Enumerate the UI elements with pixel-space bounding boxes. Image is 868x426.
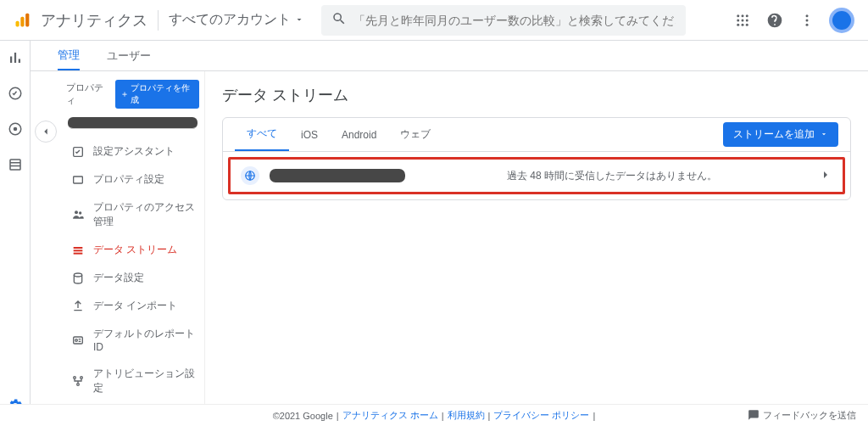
svg-rect-2 (25, 13, 29, 26)
svg-point-9 (737, 23, 739, 25)
id-icon (71, 334, 85, 347)
tab-ios[interactable]: iOS (289, 118, 330, 151)
upload-icon (71, 300, 85, 313)
more-vert-icon[interactable] (797, 10, 817, 31)
footer-feedback[interactable]: フィードバックを送信 (748, 409, 856, 423)
tab-android[interactable]: Android (330, 118, 388, 151)
left-rail (0, 41, 31, 426)
analytics-logo-icon (14, 12, 31, 29)
account-selector[interactable]: すべてのアカウント (169, 11, 304, 29)
stream-list: 過去 48 時間に受信したデータはありません。 (223, 152, 850, 199)
feedback-label: フィードバックを送信 (763, 409, 856, 422)
tab-all[interactable]: すべて (235, 118, 289, 151)
page-title: データ ストリーム (222, 85, 851, 105)
sidebar-item-label: アトリビューション設定 (93, 367, 199, 395)
rail-explore-icon[interactable] (5, 119, 25, 139)
back-arrow-icon[interactable] (35, 121, 57, 143)
create-property-button[interactable]: ＋ プロパティを作成 (115, 80, 199, 109)
body: 管理 ユーザー プロパティ ＋ プロパティを作成 設定アシスタント (31, 41, 868, 404)
stream-type-tabs: すべて iOS Android ウェブ ストリームを追加 (223, 118, 850, 152)
create-property-label: プロパティを作成 (131, 82, 194, 106)
property-label: プロパティ (66, 81, 110, 107)
svg-point-12 (806, 14, 809, 17)
svg-point-8 (746, 19, 748, 21)
sidebar-item-label: データ ストリーム (93, 243, 177, 257)
search-icon (331, 11, 347, 29)
property-sidebar: プロパティ ＋ プロパティを作成 設定アシスタント プロパティ設定 (61, 71, 205, 404)
svg-rect-0 (16, 20, 19, 26)
stream-status-message: 過去 48 時間に受信したデータはありません。 (415, 169, 809, 183)
sidebar-item-data-import[interactable]: データ インポート (61, 292, 204, 320)
svg-rect-17 (18, 59, 19, 64)
sidebar-item-report-id[interactable]: デフォルトのレポート ID (61, 320, 204, 360)
plus-icon: ＋ (120, 88, 129, 100)
content: プロパティ ＋ プロパティを作成 設定アシスタント プロパティ設定 (31, 71, 868, 404)
property-name-redacted[interactable] (68, 117, 198, 129)
footer-link-privacy[interactable]: プライバシー ポリシー (493, 409, 589, 422)
svg-point-3 (737, 14, 739, 17)
account-label: すべてのアカウント (169, 11, 291, 29)
stream-row[interactable]: 過去 48 時間に受信したデータはありません。 (228, 157, 845, 194)
rail-realtime-icon[interactable] (5, 83, 25, 104)
tab-user[interactable]: ユーザー (107, 41, 151, 70)
svg-point-6 (737, 19, 739, 21)
svg-rect-29 (74, 249, 83, 251)
app-title: アナリティクス (41, 10, 147, 31)
svg-rect-25 (74, 177, 83, 183)
add-stream-button[interactable]: ストリームを追加 (723, 122, 838, 147)
card-icon (71, 173, 85, 187)
chevron-down-icon (294, 13, 304, 28)
feedback-icon (748, 409, 760, 423)
sidebar-head: プロパティ ＋ プロパティを作成 (61, 78, 204, 114)
chevron-right-icon (819, 168, 832, 184)
sidebar-item-attribution[interactable]: アトリビューション設定 (61, 360, 204, 402)
svg-point-37 (81, 377, 83, 379)
avatar[interactable] (829, 8, 854, 33)
main-panel: データ ストリーム すべて iOS Android ウェブ ストリームを追加 (205, 71, 868, 404)
attribution-icon (71, 374, 85, 388)
svg-point-7 (742, 19, 744, 21)
rail-library-icon[interactable] (5, 154, 25, 175)
sidebar-list: 設定アシスタント プロパティ設定 プロパティのアクセス管理 データ ストリーム … (61, 137, 204, 404)
svg-point-5 (746, 14, 748, 17)
sidebar-item-setup-assistant[interactable]: 設定アシスタント (61, 137, 204, 165)
divider (158, 10, 159, 31)
sidebar-item-label: データ設定 (93, 271, 144, 285)
rail-reports-icon[interactable] (5, 48, 25, 68)
svg-rect-16 (14, 53, 15, 63)
svg-rect-30 (74, 252, 83, 254)
tab-admin[interactable]: 管理 (58, 41, 80, 70)
svg-rect-15 (10, 57, 12, 64)
sidebar-item-label: プロパティのアクセス管理 (93, 200, 199, 229)
search-bar[interactable] (321, 5, 686, 36)
add-stream-label: ストリームを追加 (733, 127, 815, 142)
tab-web[interactable]: ウェブ (388, 118, 442, 151)
svg-rect-1 (20, 16, 24, 26)
search-input[interactable] (353, 14, 676, 27)
apps-icon[interactable] (732, 10, 753, 31)
streams-panel: すべて iOS Android ウェブ ストリームを追加 (222, 117, 851, 200)
footer-link-home[interactable]: アナリティクス ホーム (342, 409, 438, 422)
sidebar-item-data-settings[interactable]: データ設定 (61, 264, 204, 292)
footer-link-terms[interactable]: 利用規約 (448, 409, 485, 422)
database-icon (71, 272, 85, 285)
back-column (31, 71, 61, 404)
svg-point-38 (77, 384, 80, 386)
admin-tabs: 管理 ユーザー (31, 41, 868, 71)
footer-copyright: ©2021 Google (273, 411, 333, 421)
stream-name-redacted (270, 169, 405, 182)
sidebar-item-label: データ インポート (93, 299, 177, 313)
footer: ©2021 Google | アナリティクス ホーム | 利用規約 | プライバ… (0, 404, 868, 426)
help-icon[interactable] (765, 10, 785, 31)
sidebar-item-access-management[interactable]: プロパティのアクセス管理 (61, 193, 204, 236)
app-header: アナリティクス すべてのアカウント (0, 0, 868, 41)
sidebar-item-data-streams[interactable]: データ ストリーム (61, 236, 204, 264)
svg-rect-21 (10, 160, 20, 170)
svg-point-33 (75, 339, 78, 341)
checklist-icon (71, 145, 85, 159)
sidebar-item-property-settings[interactable]: プロパティ設定 (61, 165, 204, 193)
svg-point-11 (746, 23, 748, 25)
stream-icon (71, 244, 85, 257)
svg-point-26 (75, 210, 78, 214)
svg-point-10 (742, 23, 744, 25)
